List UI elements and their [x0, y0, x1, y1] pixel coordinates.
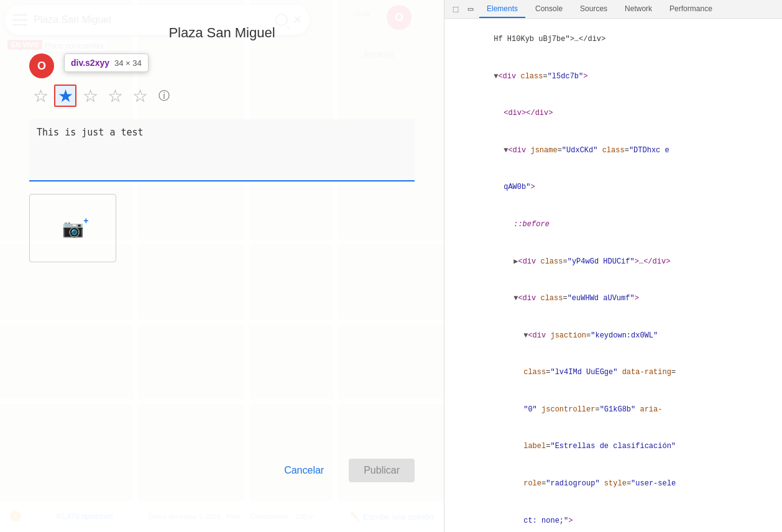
html-line: ::before	[444, 206, 782, 244]
text-area-container: This is just a test	[29, 119, 415, 184]
html-line: class="lv4IMd UuEGge" data-rating=	[444, 354, 782, 392]
tab-network[interactable]: Network	[617, 1, 660, 18]
user-avatar: O	[29, 53, 54, 78]
tab-sources[interactable]: Sources	[573, 1, 615, 18]
html-line: ▶<div class="yP4wGd HDUCif">…</div>	[444, 243, 782, 280]
devtools-tabs: ⬚ ▭ Elements Console Sources Network Per…	[444, 0, 782, 19]
html-line: label="Estrellas de clasificación"	[444, 428, 782, 466]
star-2[interactable]: ★	[54, 85, 76, 107]
plus-icon: +	[83, 216, 88, 226]
left-panel: Amarilis Urub Plaza San Miguel ✕ EN VIVO…	[0, 0, 444, 532]
star-4[interactable]: ☆	[104, 85, 126, 107]
html-line: <div></div>	[444, 95, 782, 132]
modal-overlay: Plaza San Miguel O div.s2xyy 34 × 34 Se …	[0, 0, 444, 532]
devtools-content[interactable]: Hf H10Kyb uBj7be">…</div> ▼<div class="l…	[444, 19, 782, 532]
tab-performance[interactable]: Performance	[662, 1, 720, 18]
device-icon[interactable]: ▭	[464, 3, 477, 16]
html-line: ▼<div jsaction="keydown:dx0WL"	[444, 318, 782, 355]
publish-button[interactable]: Publicar	[349, 459, 415, 482]
modal-buttons: Cancelar Publicar	[29, 459, 415, 507]
photo-upload-wrapper: 📷 +	[29, 189, 415, 262]
right-panel: ⬚ ▭ Elements Console Sources Network Per…	[444, 0, 782, 532]
html-line: ▼<div jsname="UdxCKd" class="DTDhxc e	[444, 132, 782, 170]
modal-user-row: O div.s2xyy 34 × 34 Se m	[29, 53, 415, 78]
tab-elements[interactable]: Elements	[479, 1, 525, 18]
tab-console[interactable]: Console	[528, 1, 570, 18]
html-line: qAW0b">	[444, 169, 782, 206]
stars-row: ☆ ★ ☆ ☆ ☆ ⓘ	[29, 85, 415, 107]
tooltip-size: 34 × 34	[114, 58, 142, 68]
star-5[interactable]: ☆	[129, 85, 151, 107]
camera-icon: 📷 +	[62, 218, 84, 239]
html-line: ▼<div class="euWHWd aUVumf">	[444, 280, 782, 318]
cursor-icon[interactable]: ⬚	[449, 3, 462, 16]
review-text-area[interactable]: This is just a test	[29, 119, 415, 181]
modal-title: Plaza San Miguel	[168, 25, 275, 41]
html-line: ▼<div class="l5dc7b">	[444, 58, 782, 96]
html-line: role="radiogroup" style="user-sele	[444, 466, 782, 503]
tooltip-class: div.s2xyy	[71, 58, 109, 68]
star-1[interactable]: ☆	[29, 85, 52, 107]
photo-upload-button[interactable]: 📷 +	[29, 194, 116, 262]
html-line: Hf H10Kyb uBj7be">…</div>	[444, 21, 782, 58]
cancel-button[interactable]: Cancelar	[269, 459, 339, 482]
info-icon[interactable]: ⓘ	[159, 88, 170, 103]
star-3[interactable]: ☆	[79, 85, 101, 107]
html-line: "0" jscontroller="G1kG8b" aria-	[444, 392, 782, 429]
html-line: ct: none;">	[444, 502, 782, 532]
element-tooltip: div.s2xyy 34 × 34	[64, 53, 149, 72]
